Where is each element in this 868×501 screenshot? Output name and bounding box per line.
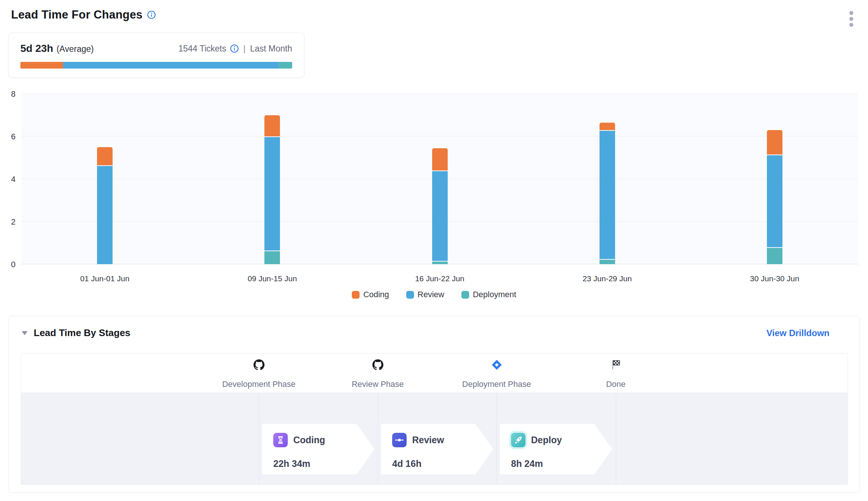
average-lead-time-value: 5d 23h [20, 43, 53, 54]
y-axis-tick-label: 0 [0, 260, 16, 269]
hourglass-icon [273, 433, 288, 447]
lead-time-for-changes-widget: Lead Time For Changes 5d 23h (Average) 1… [0, 0, 868, 501]
stages-table: Development PhaseReview PhaseDeployment … [21, 353, 848, 485]
legend-label: Review [418, 290, 444, 299]
x-axis-tick-label: 23 Jun-29 Jun [582, 274, 632, 283]
bar-segment-review[interactable] [432, 171, 448, 261]
lead-time-chart: 02468 01 Jun-01 Jun09 Jun-15 Jun16 Jun-2… [0, 89, 868, 308]
legend-item-deployment[interactable]: Deployment [461, 290, 516, 299]
legend-label: Deployment [473, 290, 516, 299]
bar-segment-deployment[interactable] [264, 251, 280, 264]
phase-marker-review-phase: Review Phase [330, 354, 426, 389]
legend-swatch-icon [406, 291, 414, 299]
bar-segment-deployment[interactable] [432, 262, 448, 264]
git-commit-icon [392, 433, 407, 447]
kebab-menu-icon[interactable] [849, 10, 854, 27]
bar-segment-review[interactable] [767, 155, 782, 247]
github-icon [372, 359, 384, 371]
phase-label: Review Phase [330, 379, 426, 389]
bar-segment-deployment[interactable] [600, 260, 615, 264]
chart-legend: CodingReviewDeployment [0, 290, 868, 299]
github-icon [253, 359, 265, 371]
stages-table-body: Coding22h 34mReview4d 16hDeploy8h 24m [21, 392, 848, 484]
x-axis-tick-label: 16 Jun-22 Jun [415, 274, 464, 283]
stage-name: Deploy [531, 435, 562, 445]
stage-card-deploy[interactable]: Deploy8h 24m [500, 424, 612, 474]
bar-segment-coding[interactable] [600, 123, 615, 130]
legend-label: Coding [363, 290, 389, 299]
bar-09 Jun-15 Jun[interactable] [264, 94, 280, 264]
chart-plot-area [21, 94, 858, 264]
bar-segment-coding[interactable] [432, 148, 448, 170]
bar-30 Jun-30 Jun[interactable] [767, 94, 782, 264]
rocket-icon [511, 433, 525, 447]
phase-label: Development Phase [211, 379, 307, 389]
bar-16 Jun-22 Jun[interactable] [432, 94, 448, 264]
y-axis-tick-label: 8 [0, 89, 16, 99]
bar-segment-deployment[interactable] [767, 248, 782, 264]
average-lead-time-card: 5d 23h (Average) 1544 Tickets | Last Mon… [8, 33, 304, 78]
column-divider [616, 392, 616, 484]
widget-header: Lead Time For Changes [11, 8, 156, 21]
collapse-caret-icon[interactable] [21, 331, 28, 336]
phase-label: Deployment Phase [448, 379, 545, 389]
column-divider [378, 392, 378, 484]
legend-item-review[interactable]: Review [406, 290, 444, 299]
x-axis-tick-label: 01 Jun-01 Jun [80, 274, 130, 283]
jira-icon [491, 359, 503, 371]
y-axis-tick-label: 2 [0, 217, 16, 227]
bar-segment-review[interactable] [264, 137, 280, 250]
y-axis-tick-label: 6 [0, 132, 16, 142]
x-axis-tick-label: 09 Jun-15 Jun [248, 274, 297, 283]
bar-segment-review[interactable] [97, 166, 113, 264]
column-divider [259, 392, 259, 484]
legend-swatch-icon [461, 291, 469, 299]
bar-segment-coding[interactable] [97, 147, 113, 165]
distribution-segment-deployment [278, 62, 292, 69]
title-info-icon[interactable] [147, 10, 156, 19]
legend-item-coding[interactable]: Coding [352, 290, 389, 299]
distribution-segment-review [63, 62, 279, 69]
page-title: Lead Time For Changes [11, 8, 143, 21]
stage-name: Review [412, 435, 444, 445]
column-divider [497, 392, 497, 484]
bar-segment-review[interactable] [600, 131, 615, 259]
phase-marker-done: Done [568, 354, 664, 389]
legend-swatch-icon [352, 291, 360, 299]
bar-segment-coding[interactable] [264, 115, 280, 137]
tickets-count: 1544 Tickets [178, 44, 226, 54]
phase-marker-deployment-phase: Deployment Phase [448, 354, 545, 389]
stage-card-review[interactable]: Review4d 16h [381, 424, 493, 474]
bar-23 Jun-29 Jun[interactable] [600, 94, 615, 264]
bar-01 Jun-01 Jun[interactable] [97, 94, 113, 264]
bar-segment-coding[interactable] [767, 130, 782, 155]
distribution-segment-coding [20, 62, 63, 69]
stage-card-coding[interactable]: Coding22h 34m [262, 424, 374, 474]
y-axis-tick-label: 4 [0, 175, 16, 184]
stage-name: Coding [293, 435, 325, 445]
stage-duration: 22h 34m [273, 458, 374, 469]
view-drilldown-link[interactable]: View Drilldown [767, 328, 829, 338]
phase-label: Done [568, 379, 664, 389]
stage-distribution-bar [20, 62, 292, 69]
phase-marker-development-phase: Development Phase [211, 354, 307, 389]
period-label: Last Month [250, 44, 292, 54]
tickets-info-icon[interactable] [230, 44, 239, 53]
lead-time-by-stages-panel: Lead Time By Stages View Drilldown Devel… [8, 316, 860, 493]
stages-section-title: Lead Time By Stages [34, 327, 130, 339]
separator: | [243, 43, 246, 54]
x-axis-tick-label: 30 Jun-30 Jun [750, 274, 799, 283]
stage-duration: 4d 16h [392, 458, 493, 469]
stage-duration: 8h 24m [511, 458, 612, 469]
average-label: (Average) [57, 44, 94, 54]
checkered-flag-icon [610, 359, 622, 371]
